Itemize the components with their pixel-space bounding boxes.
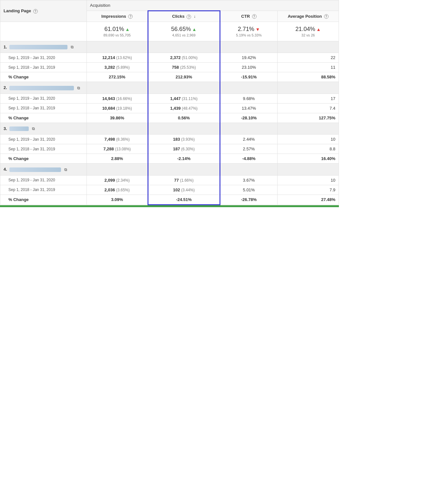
row-1-change-clicks: 212.93% xyxy=(148,72,220,82)
row-1-change-avgpos: 88.58% xyxy=(278,72,339,82)
row-3-date2-clicks: 187 (6.30%) xyxy=(148,144,220,154)
row-2-date2-clicks: 1,439 (48.47%) xyxy=(148,103,220,113)
row-3-date1-clicks: 183 (3.93%) xyxy=(148,135,220,144)
row-2-date2: Sep 1, 2018 - Jan 31, 2019 10,684 (19.18… xyxy=(0,103,339,113)
landing-page-row-1: 1. ⧉ xyxy=(0,41,339,53)
row-3-change-ctr: -4.88% xyxy=(220,154,278,164)
row-2-date1-ctr: 9.68% xyxy=(220,94,278,103)
row-4-change-clicks: -24.51% xyxy=(148,195,220,205)
clicks-sort-icon[interactable]: ↓ xyxy=(194,14,196,19)
row-2-blurred-url xyxy=(9,86,74,90)
avg-position-header: Average Position ? xyxy=(278,11,339,22)
row-3-change: % Change 2.88% -2.14% -4.88% 16.40% xyxy=(0,154,339,164)
row-4-date1-impressions: 2,099 (2.34%) xyxy=(87,175,148,185)
row-4-change-ctr: -26.78% xyxy=(220,195,278,205)
row-4-copy-icon[interactable]: ⧉ xyxy=(64,167,67,172)
row-1-header-avgpos xyxy=(278,41,339,53)
impressions-up-arrow: ▲ xyxy=(125,27,130,32)
row-4-date2-label: Sep 1, 2018 - Jan 31, 2019 xyxy=(0,185,87,195)
landing-page-3-cell: 3. ⧉ xyxy=(0,123,87,135)
row-1-header-clicks xyxy=(148,41,220,53)
row-1-header-impressions xyxy=(87,41,148,53)
row-4-date1-clicks: 77 (1.66%) xyxy=(148,175,220,185)
row-3-copy-icon[interactable]: ⧉ xyxy=(32,126,35,131)
row-4-change-label: % Change xyxy=(0,195,87,205)
row-3-date2: Sep 1, 2018 - Jan 31, 2019 7,288 (13.08%… xyxy=(0,144,339,154)
summary-avg-pos-pct: 21.04% xyxy=(295,26,315,32)
landing-page-help-icon[interactable]: ? xyxy=(33,9,38,14)
summary-avg-pos-cell: 21.04% ▲ 32 vs 26 xyxy=(278,22,339,41)
row-2-change-clicks: 0.56% xyxy=(148,113,220,123)
row-2-date1-label: Sep 1, 2019 - Jan 31, 2020 xyxy=(0,94,87,103)
row-2-change-ctr: -28.10% xyxy=(220,113,278,123)
row-1-number: 1. xyxy=(4,45,7,49)
row-2-number: 2. xyxy=(4,85,7,90)
summary-clicks-pct: 56.65% xyxy=(171,26,191,32)
row-3-date1-ctr: 2.44% xyxy=(220,135,278,144)
row-4-number: 4. xyxy=(4,167,7,172)
row-1-date1-label: Sep 1, 2019 - Jan 31, 2020 xyxy=(0,53,87,63)
bottom-bar xyxy=(0,205,339,207)
row-3-change-avgpos: 16.40% xyxy=(278,154,339,164)
row-1-date1-clicks: 2,372 (51.00%) xyxy=(148,53,220,63)
analytics-table: Landing Page ? Acquisition Impressions ?… xyxy=(0,0,339,205)
row-1-change-ctr: -15.91% xyxy=(220,72,278,82)
row-3-date2-label: Sep 1, 2018 - Jan 31, 2019 xyxy=(0,144,87,154)
row-2-date1-avgpos: 17 xyxy=(278,94,339,103)
row-3-number: 3. xyxy=(4,126,7,131)
landing-page-2-cell: 2. ⧉ xyxy=(0,82,87,94)
landing-page-row-3: 3. ⧉ xyxy=(0,123,339,135)
row-4-change-impressions: 3.09% xyxy=(87,195,148,205)
row-3-blurred-url xyxy=(9,126,29,131)
row-1-date1-impressions: 12,214 (13.62%) xyxy=(87,53,148,63)
row-4-date2-impressions: 2,036 (3.65%) xyxy=(87,185,148,195)
avg-pos-up-arrow: ▲ xyxy=(316,27,321,32)
acquisition-header-row: Landing Page ? Acquisition xyxy=(0,0,339,11)
impressions-header: Impressions ? xyxy=(87,11,148,22)
row-1-copy-icon[interactable]: ⧉ xyxy=(71,45,74,49)
summary-row: 61.01% ▲ 89,690 vs 55,705 56.65% ▲ 4,651… xyxy=(0,22,339,41)
avg-position-help-icon[interactable]: ? xyxy=(324,14,329,19)
landing-page-row-2: 2. ⧉ xyxy=(0,82,339,94)
row-1-date2-ctr: 23.10% xyxy=(220,63,278,72)
row-1-date2-clicks: 758 (25.53%) xyxy=(148,63,220,72)
row-4-date2-avgpos: 7.9 xyxy=(278,185,339,195)
row-2-change: % Change 39.86% 0.56% -28.10% 127.75% xyxy=(0,113,339,123)
row-2-date1-impressions: 14,943 (16.66%) xyxy=(87,94,148,103)
ctr-help-icon[interactable]: ? xyxy=(252,14,257,19)
ctr-down-arrow: ▼ xyxy=(255,27,260,32)
row-1-date2-impressions: 3,282 (5.89%) xyxy=(87,63,148,72)
row-3-date1-impressions: 7,498 (8.36%) xyxy=(87,135,148,144)
row-1-date2-avgpos: 11 xyxy=(278,63,339,72)
clicks-help-icon[interactable]: ? xyxy=(187,15,191,19)
row-2-copy-icon[interactable]: ⧉ xyxy=(77,86,80,90)
landing-page-row-4: 4. ⧉ xyxy=(0,164,339,176)
row-4-date1-ctr: 3.67% xyxy=(220,175,278,185)
row-4-date2-clicks: 102 (3.44%) xyxy=(148,185,220,195)
row-3-date2-impressions: 7,288 (13.08%) xyxy=(87,144,148,154)
clicks-up-arrow: ▲ xyxy=(192,27,197,32)
row-2-date2-impressions: 10,684 (19.18%) xyxy=(87,103,148,113)
row-2-change-impressions: 39.86% xyxy=(87,113,148,123)
landing-page-1-cell: 1. ⧉ xyxy=(0,41,87,53)
row-3-change-label: % Change xyxy=(0,154,87,164)
clicks-header[interactable]: Clicks ? ↓ xyxy=(148,11,220,22)
row-3-change-clicks: -2.14% xyxy=(148,154,220,164)
summary-clicks-sub: 4,651 vs 2,969 xyxy=(152,33,216,37)
row-3-date2-avgpos: 8.8 xyxy=(278,144,339,154)
summary-ctr-sub: 5.19% vs 5.33% xyxy=(224,33,274,37)
ctr-header: CTR ? xyxy=(220,11,278,22)
acquisition-label: Acquisition xyxy=(90,3,110,8)
row-1-date1-avgpos: 22 xyxy=(278,53,339,63)
row-2-date2-ctr: 13.47% xyxy=(220,103,278,113)
row-1-date2-label: Sep 1, 2018 - Jan 31, 2019 xyxy=(0,63,87,72)
row-1-change: % Change 272.15% 212.93% -15.91% 88.58% xyxy=(0,72,339,82)
row-1-date2: Sep 1, 2018 - Jan 31, 2019 3,282 (5.89%)… xyxy=(0,63,339,72)
row-2-date2-avgpos: 7.4 xyxy=(278,103,339,113)
row-3-date1: Sep 1, 2019 - Jan 31, 2020 7,498 (8.36%)… xyxy=(0,135,339,144)
row-4-date1-label: Sep 1, 2019 - Jan 31, 2020 xyxy=(0,175,87,185)
row-3-change-impressions: 2.88% xyxy=(87,154,148,164)
row-2-date1-clicks: 1,447 (31.11%) xyxy=(148,94,220,103)
impressions-help-icon[interactable]: ? xyxy=(128,14,133,19)
row-2-change-label: % Change xyxy=(0,113,87,123)
